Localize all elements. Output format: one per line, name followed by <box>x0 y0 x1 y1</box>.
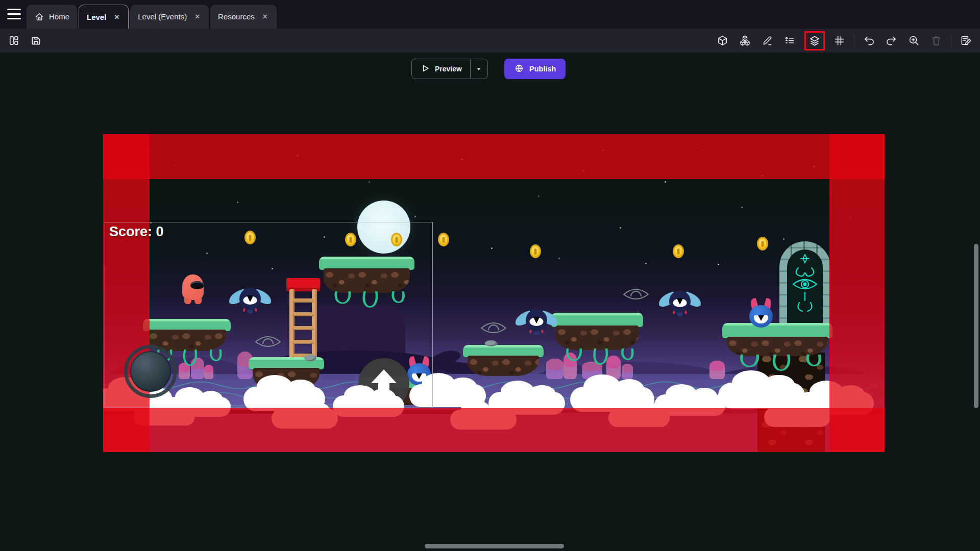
preview-button-group: Preview <box>411 59 488 79</box>
publish-button[interactable]: Publish <box>504 59 566 79</box>
star-decoration <box>645 263 647 264</box>
platform-object[interactable] <box>463 345 544 378</box>
objects-cube-icon[interactable] <box>715 33 730 48</box>
tab-level[interactable]: Level ✕ <box>79 5 129 29</box>
preview-button[interactable]: Preview <box>412 59 470 79</box>
undo-icon[interactable] <box>861 33 877 48</box>
instances-list-icon[interactable] <box>782 33 798 48</box>
toolbar: Preview Publish <box>0 29 980 53</box>
zoom-in-icon[interactable] <box>906 33 922 48</box>
bat-enemy-object[interactable] <box>658 290 702 317</box>
close-icon[interactable]: ✕ <box>113 12 120 22</box>
main-menu-icon[interactable] <box>7 9 21 19</box>
star-decoration <box>620 227 621 229</box>
platform-object[interactable] <box>551 313 643 352</box>
tab-level-events[interactable]: Level (Events) ✕ <box>130 5 209 29</box>
bat-enemy-object[interactable] <box>514 309 558 336</box>
layers-highlight-box <box>804 31 825 51</box>
star-decoration <box>414 216 416 217</box>
tab-home[interactable]: Home <box>27 5 77 29</box>
vertical-scrollbar[interactable] <box>974 244 978 408</box>
trash-icon <box>928 33 944 48</box>
platform-object[interactable] <box>722 323 832 358</box>
pebble-decoration <box>485 340 497 346</box>
tab-label: Level (Events) <box>138 12 187 21</box>
globe-icon <box>514 63 524 75</box>
toolbar-right <box>715 29 974 53</box>
grid-icon[interactable] <box>831 33 847 48</box>
star-decoration <box>665 181 666 183</box>
object-groups-icon[interactable] <box>737 33 753 48</box>
red-zone-bottom <box>103 408 885 452</box>
editor-viewport[interactable]: Score: 0 2283;-300 <box>0 53 980 551</box>
tab-label: Resources <box>218 12 255 21</box>
coin-object[interactable] <box>530 244 541 258</box>
edit-scene-icon[interactable] <box>958 33 974 48</box>
star-decoration <box>741 207 743 208</box>
preview-options-caret[interactable] <box>470 59 487 79</box>
save-icon[interactable] <box>28 33 44 48</box>
horizontal-scrollbar[interactable] <box>425 544 564 548</box>
close-icon[interactable]: ✕ <box>261 12 269 21</box>
vine-decoration <box>551 348 643 371</box>
star-decoration <box>237 202 238 203</box>
star-decoration <box>783 238 785 240</box>
coin-object[interactable] <box>757 237 768 251</box>
star-decoration <box>558 258 560 259</box>
star-decoration <box>491 247 493 249</box>
portal-ornament <box>787 252 823 323</box>
level-scene[interactable]: Score: 0 <box>103 134 885 452</box>
layers-icon[interactable] <box>808 34 821 47</box>
red-zone-right <box>829 134 885 452</box>
preview-label: Preview <box>435 65 462 73</box>
tab-resources[interactable]: Resources ✕ <box>210 5 277 29</box>
toolbar-divider <box>951 34 951 47</box>
selection-rectangle <box>105 222 433 408</box>
edit-pencil-icon[interactable] <box>760 33 775 48</box>
tab-label: Home <box>49 12 69 21</box>
ghost-eye-decoration <box>480 319 507 337</box>
tab-strip: Home Level ✕ Level (Events) ✕ Resources … <box>27 5 277 29</box>
publish-label: Publish <box>529 65 556 73</box>
demon-enemy-object[interactable] <box>749 298 773 328</box>
tab-label: Level <box>87 13 106 21</box>
star-decoration <box>369 181 370 183</box>
portal-door-object[interactable] <box>779 241 830 329</box>
chevron-down-icon <box>475 65 483 73</box>
red-zone-top <box>103 134 885 179</box>
toolbar-left <box>6 29 44 53</box>
ghost-eye-decoration <box>622 286 650 303</box>
close-icon[interactable]: ✕ <box>193 12 201 21</box>
panels-icon[interactable] <box>6 33 22 48</box>
coin-object[interactable] <box>438 233 449 246</box>
redo-icon[interactable] <box>884 33 899 48</box>
star-decoration <box>538 195 540 197</box>
home-icon <box>34 12 44 22</box>
coin-object[interactable] <box>673 244 684 258</box>
tab-bar: Home Level ✕ Level (Events) ✕ Resources … <box>0 0 980 29</box>
toolbar-divider <box>854 34 854 47</box>
play-icon <box>420 63 430 75</box>
star-decoration <box>718 264 719 265</box>
